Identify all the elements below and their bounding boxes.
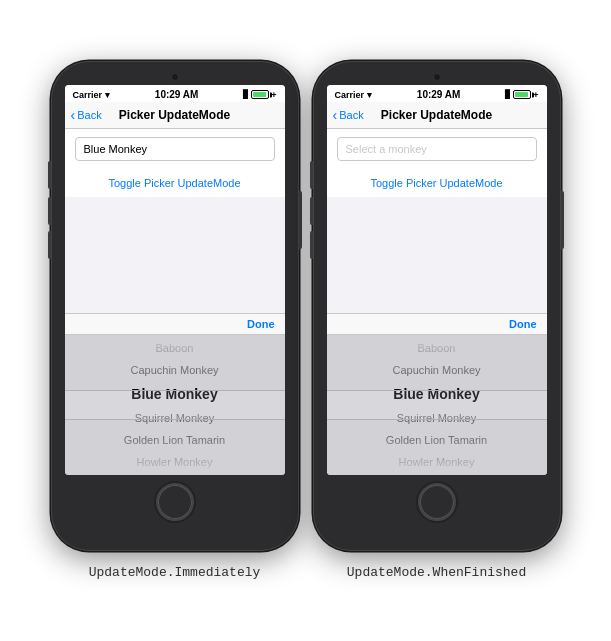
picker-item[interactable]: Blue Monkey: [65, 381, 285, 407]
phone-label: UpdateMode.Immediately: [89, 565, 261, 580]
iphone-immediately: Carrier ▾ 10:29 AM ▊ + ‹ Back Picker Upd…: [51, 61, 299, 551]
done-button[interactable]: Done: [247, 318, 275, 330]
screen-immediately: Carrier ▾ 10:29 AM ▊ + ‹ Back Picker Upd…: [65, 85, 285, 475]
status-right: ▊ +: [243, 90, 276, 100]
wifi-icon: ▾: [367, 90, 372, 100]
picker-item[interactable]: Capuchin Monkey: [65, 359, 285, 381]
picker-items: BaboonCapuchin MonkeyBlue MonkeySquirrel…: [65, 337, 285, 473]
phones-row: Carrier ▾ 10:29 AM ▊ + ‹ Back Picker Upd…: [51, 61, 561, 580]
wifi-icon: ▾: [105, 90, 110, 100]
phone-container-whenfinished: Carrier ▾ 10:29 AM ▊ + ‹ Back Picker Upd…: [313, 61, 561, 580]
text-input-area: Select a monkey: [327, 129, 547, 169]
nav-title: Picker UpdateMode: [381, 108, 492, 122]
battery-fill: [515, 92, 528, 97]
picker-item[interactable]: Blue Monkey: [327, 381, 547, 407]
picker-toolbar: Done: [65, 313, 285, 335]
phone-label: UpdateMode.WhenFinished: [347, 565, 526, 580]
back-arrow-icon: ‹: [333, 108, 338, 122]
picker-item[interactable]: Squirrel Monkey: [65, 407, 285, 429]
toggle-picker-link[interactable]: Toggle Picker UpdateMode: [65, 169, 285, 197]
battery-icon: [513, 90, 531, 99]
picker-item[interactable]: Golden Lion Tamarin: [65, 429, 285, 451]
back-label: Back: [339, 109, 363, 121]
signal-icon: ▊: [243, 90, 249, 99]
text-input-box[interactable]: Select a monkey: [337, 137, 537, 161]
status-time: 10:29 AM: [417, 89, 461, 100]
battery-fill: [253, 92, 266, 97]
picker-item[interactable]: Baboon: [65, 337, 285, 359]
carrier-label: Carrier: [73, 90, 103, 100]
text-input-box[interactable]: Blue Monkey: [75, 137, 275, 161]
picker-toolbar: Done: [327, 313, 547, 335]
home-button[interactable]: [418, 483, 456, 521]
phone-container-immediately: Carrier ▾ 10:29 AM ▊ + ‹ Back Picker Upd…: [51, 61, 299, 580]
nav-back-button[interactable]: ‹ Back: [333, 108, 364, 122]
picker-item[interactable]: Capuchin Monkey: [327, 359, 547, 381]
back-arrow-icon: ‹: [71, 108, 76, 122]
camera-dot: [171, 73, 179, 81]
picker-item[interactable]: Squirrel Monkey: [327, 407, 547, 429]
picker-item[interactable]: Howler Monkey: [327, 451, 547, 473]
nav-bar: ‹ Back Picker UpdateMode: [327, 102, 547, 129]
picker-item[interactable]: Howler Monkey: [65, 451, 285, 473]
done-button[interactable]: Done: [509, 318, 537, 330]
text-input-area: Blue Monkey: [65, 129, 285, 169]
status-left: Carrier ▾: [335, 90, 373, 100]
status-bar: Carrier ▾ 10:29 AM ▊ +: [65, 85, 285, 102]
nav-bar: ‹ Back Picker UpdateMode: [65, 102, 285, 129]
iphone-whenfinished: Carrier ▾ 10:29 AM ▊ + ‹ Back Picker Upd…: [313, 61, 561, 551]
spacer: [327, 197, 547, 313]
screen-whenfinished: Carrier ▾ 10:29 AM ▊ + ‹ Back Picker Upd…: [327, 85, 547, 475]
back-label: Back: [77, 109, 101, 121]
content-area: Select a monkeyToggle Picker UpdateMode: [327, 129, 547, 313]
battery-icon: [251, 90, 269, 99]
picker-item[interactable]: Golden Lion Tamarin: [327, 429, 547, 451]
picker-wheel[interactable]: BaboonCapuchin MonkeyBlue MonkeySquirrel…: [327, 335, 547, 475]
nav-title: Picker UpdateMode: [119, 108, 230, 122]
status-right: ▊ +: [505, 90, 538, 100]
camera-dot: [433, 73, 441, 81]
home-button[interactable]: [156, 483, 194, 521]
signal-icon: ▊: [505, 90, 511, 99]
nav-back-button[interactable]: ‹ Back: [71, 108, 102, 122]
status-time: 10:29 AM: [155, 89, 199, 100]
status-left: Carrier ▾: [73, 90, 111, 100]
content-area: Blue MonkeyToggle Picker UpdateMode: [65, 129, 285, 313]
toggle-picker-link[interactable]: Toggle Picker UpdateMode: [327, 169, 547, 197]
picker-items: BaboonCapuchin MonkeyBlue MonkeySquirrel…: [327, 337, 547, 473]
carrier-label: Carrier: [335, 90, 365, 100]
spacer: [65, 197, 285, 313]
status-bar: Carrier ▾ 10:29 AM ▊ +: [327, 85, 547, 102]
picker-item[interactable]: Baboon: [327, 337, 547, 359]
picker-wheel[interactable]: BaboonCapuchin MonkeyBlue MonkeySquirrel…: [65, 335, 285, 475]
